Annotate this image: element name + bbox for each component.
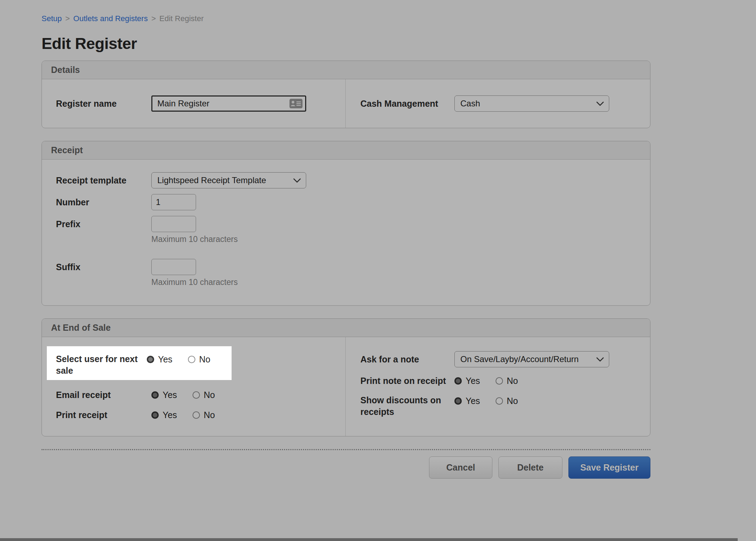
print-receipt-yes-radio[interactable]: Yes: [151, 410, 177, 420]
contact-card-icon: [289, 99, 303, 108]
select-user-radio-group: Yes No: [147, 354, 210, 365]
bottom-edge-bar: [0, 538, 738, 541]
form-actions: Cancel Delete Save Register: [42, 456, 650, 479]
footer-separator: [42, 449, 650, 450]
radio-circle-icon: [193, 411, 200, 419]
radio-no-label: No: [204, 390, 215, 400]
radio-circle-icon: [151, 391, 159, 399]
email-receipt-no-radio[interactable]: No: [193, 390, 215, 400]
cash-management-selected-value: Cash: [460, 99, 480, 108]
print-note-label: Print note on receipt: [360, 375, 454, 387]
show-discounts-row: Show discounts on receipts Yes No: [360, 394, 650, 418]
receipt-suffix-row: Suffix: [56, 259, 650, 275]
radio-circle-icon: [454, 377, 462, 385]
print-note-no-radio[interactable]: No: [496, 376, 518, 386]
register-name-input-wrap: [151, 95, 306, 112]
radio-yes-label: Yes: [163, 390, 177, 400]
prefix-helper-text: Maximum 10 characters: [151, 235, 650, 243]
receipt-suffix-input[interactable]: [151, 259, 196, 275]
receipt-template-row: Receipt template Lightspeed Receipt Temp…: [56, 172, 650, 188]
breadcrumb-separator: >: [65, 14, 70, 23]
register-name-input[interactable]: [151, 95, 306, 112]
radio-yes-label: Yes: [158, 354, 172, 365]
ask-note-selected-value: On Save/Layby/Account/Return: [460, 354, 579, 364]
receipt-number-label: Number: [56, 197, 151, 208]
radio-yes-label: Yes: [163, 410, 177, 420]
register-name-row: Register name: [56, 95, 345, 112]
chevron-down-icon: [596, 357, 604, 362]
print-receipt-label: Print receipt: [56, 409, 151, 421]
show-discounts-radio-group: Yes No: [454, 396, 518, 406]
print-note-radio-group: Yes No: [454, 376, 518, 386]
select-user-label: Select user for next sale: [56, 353, 147, 377]
email-receipt-yes-radio[interactable]: Yes: [151, 390, 177, 400]
receipt-section: Receipt Receipt template Lightspeed Rece…: [42, 141, 650, 306]
select-user-no-radio[interactable]: No: [188, 354, 210, 365]
receipt-prefix-input[interactable]: [151, 216, 196, 232]
email-receipt-row: Email receipt Yes No: [56, 389, 345, 401]
cancel-button[interactable]: Cancel: [429, 456, 492, 479]
radio-circle-icon: [454, 397, 462, 405]
cash-management-select[interactable]: Cash: [454, 95, 609, 112]
receipt-number-input[interactable]: [151, 194, 196, 210]
radio-yes-label: Yes: [466, 396, 480, 406]
receipt-template-label: Receipt template: [56, 175, 151, 186]
radio-circle-icon: [496, 397, 503, 405]
chevron-down-icon: [293, 178, 301, 183]
suffix-helper-text: Maximum 10 characters: [151, 278, 650, 286]
select-user-highlighted-row: Select user for next sale Yes No: [47, 346, 232, 380]
show-discounts-label: Show discounts on receipts: [360, 394, 454, 418]
radio-circle-icon: [151, 411, 159, 419]
receipt-number-row: Number: [56, 194, 650, 210]
breadcrumb-link-outlets-and-registers[interactable]: Outlets and Registers: [73, 14, 148, 23]
cash-management-row: Cash Management Cash: [360, 95, 650, 112]
email-receipt-radio-group: Yes No: [151, 390, 215, 400]
breadcrumb-current: Edit Register: [159, 14, 204, 23]
receipt-prefix-row: Prefix: [56, 216, 650, 232]
radio-circle-icon: [496, 377, 503, 385]
receipt-template-selected-value: Lightspeed Receipt Template: [157, 175, 266, 185]
page-title: Edit Register: [42, 35, 650, 53]
radio-circle-icon: [188, 356, 195, 363]
chevron-down-icon: [596, 101, 604, 106]
end-of-sale-section: At End of Sale Select user for next sale…: [42, 318, 650, 436]
receipt-suffix-label: Suffix: [56, 261, 151, 273]
receipt-section-header: Receipt: [42, 141, 650, 160]
radio-circle-icon: [193, 391, 200, 399]
print-receipt-row: Print receipt Yes No: [56, 409, 345, 421]
receipt-template-select[interactable]: Lightspeed Receipt Template: [151, 172, 306, 188]
radio-no-label: No: [199, 354, 210, 365]
ask-note-label: Ask for a note: [360, 354, 454, 365]
radio-no-label: No: [507, 396, 518, 406]
receipt-prefix-label: Prefix: [56, 218, 151, 230]
select-user-yes-radio[interactable]: Yes: [147, 354, 172, 365]
end-of-sale-section-header: At End of Sale: [42, 319, 650, 337]
breadcrumb-link-setup[interactable]: Setup: [42, 14, 62, 23]
print-receipt-no-radio[interactable]: No: [193, 410, 215, 420]
print-note-yes-radio[interactable]: Yes: [454, 376, 480, 386]
radio-no-label: No: [204, 410, 215, 420]
ask-note-row: Ask for a note On Save/Layby/Account/Ret…: [360, 351, 650, 367]
print-receipt-radio-group: Yes No: [151, 410, 215, 420]
show-discounts-no-radio[interactable]: No: [496, 396, 518, 406]
save-register-button[interactable]: Save Register: [568, 456, 650, 479]
page-content: Setup>Outlets and Registers>Edit Registe…: [42, 0, 650, 479]
email-receipt-label: Email receipt: [56, 389, 151, 401]
details-section-header: Details: [42, 61, 650, 79]
breadcrumb: Setup>Outlets and Registers>Edit Registe…: [42, 0, 650, 23]
breadcrumb-separator: >: [151, 14, 156, 23]
ask-note-select[interactable]: On Save/Layby/Account/Return: [454, 351, 609, 367]
details-section: Details Register name: [42, 61, 650, 128]
delete-button[interactable]: Delete: [498, 456, 562, 479]
radio-yes-label: Yes: [466, 376, 480, 386]
show-discounts-yes-radio[interactable]: Yes: [454, 396, 480, 406]
cash-management-label: Cash Management: [360, 98, 454, 110]
radio-no-label: No: [507, 376, 518, 386]
print-note-row: Print note on receipt Yes No: [360, 375, 650, 387]
radio-circle-icon: [147, 356, 154, 363]
register-name-label: Register name: [56, 98, 151, 110]
